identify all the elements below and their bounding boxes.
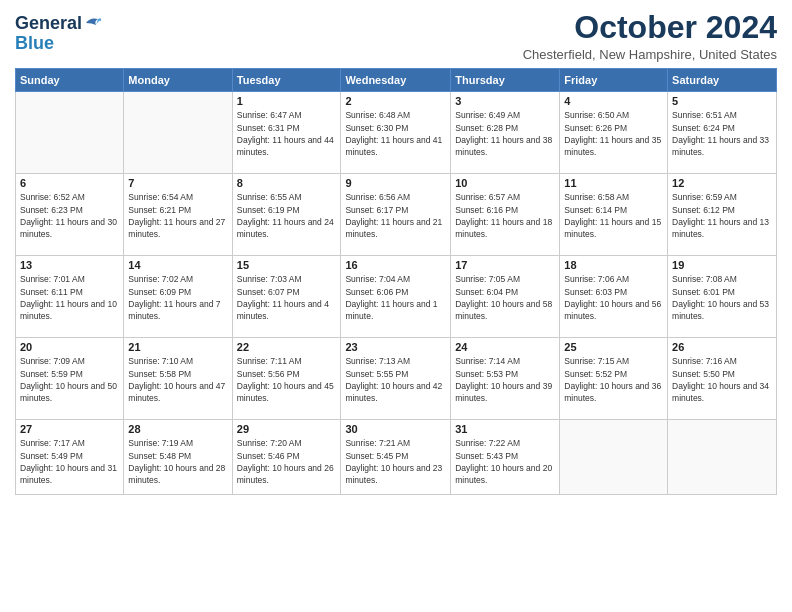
calendar-cell xyxy=(560,420,668,495)
day-number: 7 xyxy=(128,177,227,189)
week-row-5: 27Sunrise: 7:17 AMSunset: 5:49 PMDayligh… xyxy=(16,420,777,495)
calendar-cell: 12Sunrise: 6:59 AMSunset: 6:12 PMDayligh… xyxy=(668,174,777,256)
day-number: 6 xyxy=(20,177,119,189)
day-number: 29 xyxy=(237,423,337,435)
day-info: Sunrise: 7:16 AMSunset: 5:50 PMDaylight:… xyxy=(672,355,772,404)
day-number: 10 xyxy=(455,177,555,189)
calendar-cell xyxy=(668,420,777,495)
day-number: 5 xyxy=(672,95,772,107)
logo-blue: Blue xyxy=(15,34,54,54)
day-info: Sunrise: 6:59 AMSunset: 6:12 PMDaylight:… xyxy=(672,191,772,240)
title-block: October 2024 Chesterfield, New Hampshire… xyxy=(523,10,777,62)
day-info: Sunrise: 6:56 AMSunset: 6:17 PMDaylight:… xyxy=(345,191,446,240)
day-info: Sunrise: 7:14 AMSunset: 5:53 PMDaylight:… xyxy=(455,355,555,404)
day-number: 24 xyxy=(455,341,555,353)
calendar-cell: 22Sunrise: 7:11 AMSunset: 5:56 PMDayligh… xyxy=(232,338,341,420)
day-number: 17 xyxy=(455,259,555,271)
calendar-cell: 27Sunrise: 7:17 AMSunset: 5:49 PMDayligh… xyxy=(16,420,124,495)
week-row-2: 6Sunrise: 6:52 AMSunset: 6:23 PMDaylight… xyxy=(16,174,777,256)
day-info: Sunrise: 6:49 AMSunset: 6:28 PMDaylight:… xyxy=(455,109,555,158)
day-number: 14 xyxy=(128,259,227,271)
day-info: Sunrise: 7:03 AMSunset: 6:07 PMDaylight:… xyxy=(237,273,337,322)
day-info: Sunrise: 7:01 AMSunset: 6:11 PMDaylight:… xyxy=(20,273,119,322)
day-number: 9 xyxy=(345,177,446,189)
day-info: Sunrise: 7:09 AMSunset: 5:59 PMDaylight:… xyxy=(20,355,119,404)
day-info: Sunrise: 7:15 AMSunset: 5:52 PMDaylight:… xyxy=(564,355,663,404)
calendar-cell: 20Sunrise: 7:09 AMSunset: 5:59 PMDayligh… xyxy=(16,338,124,420)
calendar-cell: 31Sunrise: 7:22 AMSunset: 5:43 PMDayligh… xyxy=(451,420,560,495)
weekday-header-tuesday: Tuesday xyxy=(232,69,341,92)
day-number: 22 xyxy=(237,341,337,353)
calendar-cell: 23Sunrise: 7:13 AMSunset: 5:55 PMDayligh… xyxy=(341,338,451,420)
day-info: Sunrise: 6:52 AMSunset: 6:23 PMDaylight:… xyxy=(20,191,119,240)
day-info: Sunrise: 7:04 AMSunset: 6:06 PMDaylight:… xyxy=(345,273,446,322)
day-number: 20 xyxy=(20,341,119,353)
day-info: Sunrise: 7:21 AMSunset: 5:45 PMDaylight:… xyxy=(345,437,446,486)
weekday-header-sunday: Sunday xyxy=(16,69,124,92)
calendar-cell: 10Sunrise: 6:57 AMSunset: 6:16 PMDayligh… xyxy=(451,174,560,256)
calendar-cell: 6Sunrise: 6:52 AMSunset: 6:23 PMDaylight… xyxy=(16,174,124,256)
calendar-cell: 4Sunrise: 6:50 AMSunset: 6:26 PMDaylight… xyxy=(560,92,668,174)
day-number: 30 xyxy=(345,423,446,435)
weekday-header-thursday: Thursday xyxy=(451,69,560,92)
day-number: 18 xyxy=(564,259,663,271)
day-number: 2 xyxy=(345,95,446,107)
calendar-cell: 26Sunrise: 7:16 AMSunset: 5:50 PMDayligh… xyxy=(668,338,777,420)
logo-general: General xyxy=(15,14,82,34)
day-number: 23 xyxy=(345,341,446,353)
calendar-cell: 18Sunrise: 7:06 AMSunset: 6:03 PMDayligh… xyxy=(560,256,668,338)
week-row-1: 1Sunrise: 6:47 AMSunset: 6:31 PMDaylight… xyxy=(16,92,777,174)
day-info: Sunrise: 7:19 AMSunset: 5:48 PMDaylight:… xyxy=(128,437,227,486)
month-title: October 2024 xyxy=(523,10,777,45)
calendar-cell: 15Sunrise: 7:03 AMSunset: 6:07 PMDayligh… xyxy=(232,256,341,338)
day-info: Sunrise: 7:02 AMSunset: 6:09 PMDaylight:… xyxy=(128,273,227,322)
day-number: 25 xyxy=(564,341,663,353)
week-row-4: 20Sunrise: 7:09 AMSunset: 5:59 PMDayligh… xyxy=(16,338,777,420)
day-info: Sunrise: 6:51 AMSunset: 6:24 PMDaylight:… xyxy=(672,109,772,158)
calendar-table: SundayMondayTuesdayWednesdayThursdayFrid… xyxy=(15,68,777,495)
day-info: Sunrise: 6:50 AMSunset: 6:26 PMDaylight:… xyxy=(564,109,663,158)
weekday-header-wednesday: Wednesday xyxy=(341,69,451,92)
calendar-cell: 1Sunrise: 6:47 AMSunset: 6:31 PMDaylight… xyxy=(232,92,341,174)
calendar-cell: 8Sunrise: 6:55 AMSunset: 6:19 PMDaylight… xyxy=(232,174,341,256)
calendar-cell: 3Sunrise: 6:49 AMSunset: 6:28 PMDaylight… xyxy=(451,92,560,174)
logo: General Blue xyxy=(15,10,102,54)
day-info: Sunrise: 7:10 AMSunset: 5:58 PMDaylight:… xyxy=(128,355,227,404)
calendar-cell xyxy=(124,92,232,174)
header: General Blue October 2024 Chesterfield, … xyxy=(15,10,777,62)
week-row-3: 13Sunrise: 7:01 AMSunset: 6:11 PMDayligh… xyxy=(16,256,777,338)
day-info: Sunrise: 7:13 AMSunset: 5:55 PMDaylight:… xyxy=(345,355,446,404)
weekday-header-saturday: Saturday xyxy=(668,69,777,92)
calendar-cell: 29Sunrise: 7:20 AMSunset: 5:46 PMDayligh… xyxy=(232,420,341,495)
calendar-cell: 24Sunrise: 7:14 AMSunset: 5:53 PMDayligh… xyxy=(451,338,560,420)
calendar-cell: 28Sunrise: 7:19 AMSunset: 5:48 PMDayligh… xyxy=(124,420,232,495)
day-number: 4 xyxy=(564,95,663,107)
day-info: Sunrise: 7:20 AMSunset: 5:46 PMDaylight:… xyxy=(237,437,337,486)
calendar-cell xyxy=(16,92,124,174)
calendar-cell: 25Sunrise: 7:15 AMSunset: 5:52 PMDayligh… xyxy=(560,338,668,420)
calendar-cell: 16Sunrise: 7:04 AMSunset: 6:06 PMDayligh… xyxy=(341,256,451,338)
day-info: Sunrise: 6:55 AMSunset: 6:19 PMDaylight:… xyxy=(237,191,337,240)
calendar-cell: 19Sunrise: 7:08 AMSunset: 6:01 PMDayligh… xyxy=(668,256,777,338)
day-number: 8 xyxy=(237,177,337,189)
day-number: 27 xyxy=(20,423,119,435)
day-number: 12 xyxy=(672,177,772,189)
day-number: 28 xyxy=(128,423,227,435)
calendar-cell: 30Sunrise: 7:21 AMSunset: 5:45 PMDayligh… xyxy=(341,420,451,495)
day-info: Sunrise: 7:17 AMSunset: 5:49 PMDaylight:… xyxy=(20,437,119,486)
page: General Blue October 2024 Chesterfield, … xyxy=(0,0,792,612)
day-info: Sunrise: 7:22 AMSunset: 5:43 PMDaylight:… xyxy=(455,437,555,486)
day-number: 21 xyxy=(128,341,227,353)
day-number: 16 xyxy=(345,259,446,271)
day-info: Sunrise: 7:08 AMSunset: 6:01 PMDaylight:… xyxy=(672,273,772,322)
day-number: 26 xyxy=(672,341,772,353)
day-info: Sunrise: 6:48 AMSunset: 6:30 PMDaylight:… xyxy=(345,109,446,158)
weekday-header-friday: Friday xyxy=(560,69,668,92)
day-info: Sunrise: 6:54 AMSunset: 6:21 PMDaylight:… xyxy=(128,191,227,240)
calendar-cell: 5Sunrise: 6:51 AMSunset: 6:24 PMDaylight… xyxy=(668,92,777,174)
weekday-header-monday: Monday xyxy=(124,69,232,92)
day-number: 19 xyxy=(672,259,772,271)
calendar-cell: 17Sunrise: 7:05 AMSunset: 6:04 PMDayligh… xyxy=(451,256,560,338)
day-number: 3 xyxy=(455,95,555,107)
logo-bird-icon xyxy=(84,15,102,31)
